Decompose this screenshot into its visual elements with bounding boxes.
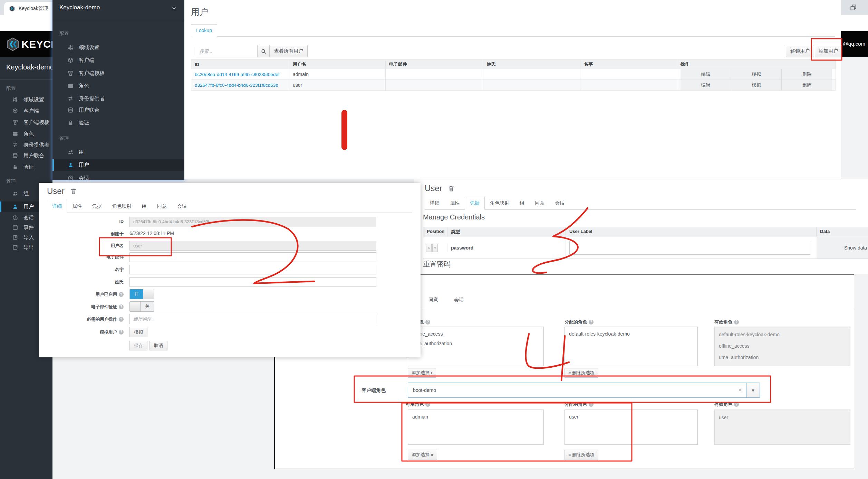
- tab-lookup[interactable]: Lookup: [191, 24, 217, 37]
- tab-role-mappings[interactable]: 角色映射: [485, 197, 514, 210]
- impersonate-button[interactable]: 模拟: [731, 80, 782, 90]
- sidebar-item-identity-providers[interactable]: 身份提供者: [0, 140, 52, 150]
- tab-consents[interactable]: 同意: [530, 197, 550, 210]
- page-title: User: [425, 184, 442, 193]
- select-caret-icon[interactable]: ▾: [746, 383, 760, 397]
- delete-button[interactable]: 删除: [781, 69, 832, 79]
- enabled-toggle[interactable]: 开: [129, 289, 154, 299]
- impersonate-button[interactable]: 模拟: [129, 327, 147, 337]
- email-field[interactable]: [129, 252, 376, 262]
- lastname-field[interactable]: [129, 277, 376, 287]
- tab-consents[interactable]: 同意: [152, 200, 172, 213]
- search-input[interactable]: [196, 45, 257, 57]
- client-remove-selected-button[interactable]: « 删除所选项: [565, 450, 598, 460]
- menu-item-client-templates[interactable]: 客户端模板: [52, 67, 184, 79]
- client-assigned-roles-list[interactable]: user: [565, 410, 698, 445]
- tab-groups[interactable]: 组: [137, 200, 152, 213]
- sidebar-item-user-federation[interactable]: 用户联合: [0, 150, 52, 161]
- sidebar-item-clients[interactable]: 客户端: [0, 106, 52, 116]
- tab-details[interactable]: 详细: [425, 197, 445, 210]
- realm-remove-selected-button[interactable]: « 删除所选项: [565, 368, 598, 378]
- realm-add-selected-button[interactable]: 添加选择 ›: [408, 368, 436, 378]
- list-item[interactable]: uma_authorization: [412, 339, 539, 348]
- tab-details[interactable]: 详细: [47, 200, 67, 213]
- clock-icon: [12, 215, 18, 220]
- tab-credentials[interactable]: 凭据: [465, 197, 485, 210]
- impersonate-button[interactable]: 模拟: [731, 69, 782, 79]
- realm-available-roles-list[interactable]: offline_access uma_authorization: [408, 327, 544, 366]
- created-value: 6/23/22 12:08:11 PM: [129, 231, 174, 236]
- sliders-icon: [12, 97, 18, 102]
- edit-button[interactable]: 编辑: [681, 80, 731, 90]
- sidebar-item-client-templates[interactable]: 客户端模板: [0, 117, 52, 128]
- tab-sessions[interactable]: 会话: [449, 294, 469, 306]
- list-item[interactable]: user: [569, 412, 693, 422]
- tab-credentials[interactable]: 凭据: [87, 200, 107, 213]
- sidebar-item-roles[interactable]: 角色: [0, 129, 52, 139]
- menu-item-clients[interactable]: 客户端: [52, 54, 184, 66]
- tab-groups[interactable]: 组: [514, 197, 530, 210]
- menu-item-roles[interactable]: 角色: [52, 80, 184, 92]
- delete-button[interactable]: 删除: [781, 80, 832, 90]
- help-icon: ?: [119, 317, 124, 322]
- show-data-button[interactable]: Show data: [817, 245, 867, 251]
- sidebar-item-realm-settings[interactable]: 领域设置: [0, 94, 52, 105]
- list-item[interactable]: admian: [412, 412, 539, 422]
- required-actions-select[interactable]: 选择操作...: [129, 314, 376, 324]
- tab-role-mappings[interactable]: 角色映射: [107, 200, 137, 213]
- realm-selector-label: Keycloak-demo: [59, 4, 100, 11]
- client-add-selected-button[interactable]: 添加选择 »: [408, 450, 437, 460]
- credentials-table: Position 类型 User Label Data ∧ ∨ password…: [423, 227, 868, 259]
- header-user-menu[interactable]: @qq.com: [843, 41, 865, 47]
- client-available-roles-list[interactable]: admian: [408, 410, 544, 445]
- clear-selection-icon[interactable]: ×: [734, 387, 746, 394]
- import-icon: [12, 235, 18, 240]
- list-item[interactable]: default-roles-keycloak-demo: [569, 329, 693, 339]
- user-id-link[interactable]: bc20e8ea-dd14-4169-af4b-c80235f0edef: [195, 72, 279, 77]
- search-button[interactable]: [257, 45, 270, 57]
- email-verified-toggle[interactable]: 关: [129, 301, 154, 312]
- menu-item-groups[interactable]: 组: [52, 146, 184, 158]
- tab-attributes[interactable]: 属性: [67, 200, 87, 213]
- divider: [52, 21, 184, 21]
- help-icon: ?: [119, 330, 124, 335]
- table-row: d32647fb-6fc0-4bd4-b4d6-323f1f8cd53b use…: [191, 80, 836, 91]
- trash-icon[interactable]: [448, 185, 455, 192]
- menu-item-user-federation[interactable]: 用户联合: [52, 104, 184, 116]
- window-restore-icon[interactable]: [850, 4, 857, 11]
- users-table: ID 用户名 电子邮件 姓氏 名字 操作 bc20e8ea-dd14-4169-…: [191, 59, 836, 91]
- base-realm-title[interactable]: Keycloak-demo: [6, 63, 52, 71]
- tab-sessions[interactable]: 会话: [172, 200, 192, 213]
- cancel-button[interactable]: 取消: [150, 341, 167, 350]
- cube-icon: [12, 108, 18, 114]
- client-roles-select[interactable]: boot-demo × ▾: [408, 383, 760, 398]
- menu-item-users[interactable]: 用户: [52, 159, 184, 171]
- firstname-field[interactable]: [129, 265, 376, 274]
- tab-consents[interactable]: 同意: [424, 294, 443, 306]
- list-item: uma_authorization: [719, 352, 846, 363]
- username-label: 用户名: [46, 243, 124, 249]
- sidebar-item-authentication[interactable]: 验证: [0, 162, 52, 172]
- menu-item-authentication[interactable]: 验证: [52, 117, 184, 129]
- trash-icon[interactable]: [70, 188, 77, 195]
- menu-item-identity-providers[interactable]: 身份提供者: [52, 93, 184, 104]
- list-item[interactable]: offline_access: [412, 329, 539, 339]
- tab-sessions[interactable]: 会话: [550, 197, 570, 210]
- tab-attributes[interactable]: 属性: [445, 197, 465, 210]
- exchange-icon: [12, 142, 18, 148]
- edit-button[interactable]: 编辑: [681, 69, 731, 79]
- save-button[interactable]: 保存: [129, 341, 147, 350]
- user-id-link[interactable]: d32647fb-6fc0-4bd4-b4d6-323f1f8cd53b: [195, 83, 278, 88]
- move-up-button[interactable]: ∧: [426, 244, 432, 252]
- view-all-users-button[interactable]: 查看所有用户: [270, 45, 308, 57]
- move-down-button[interactable]: ∨: [432, 244, 438, 252]
- credentials-table-header: Position 类型 User Label Data: [423, 227, 868, 237]
- unlock-users-button[interactable]: 解锁用户: [786, 45, 814, 57]
- created-label: 创建于: [46, 231, 124, 237]
- add-user-button[interactable]: 添加用户: [815, 45, 842, 57]
- menu-item-sessions[interactable]: 会话: [52, 172, 184, 180]
- realm-assigned-roles-list[interactable]: default-roles-keycloak-demo: [565, 327, 698, 366]
- menu-item-realm-settings[interactable]: 领域设置: [52, 41, 184, 53]
- user-label-input[interactable]: [569, 241, 810, 255]
- realm-selector[interactable]: Keycloak-demo: [59, 4, 100, 11]
